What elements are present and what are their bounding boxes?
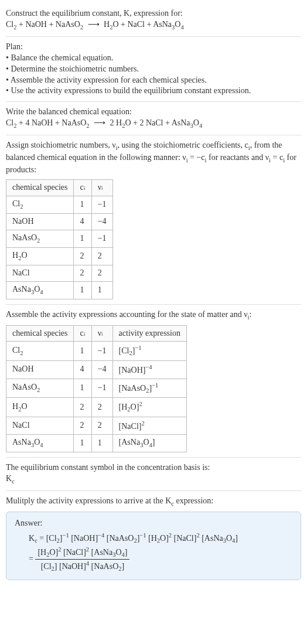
balanced-heading: Write the balanced chemical equation: [6,107,301,118]
table-row: NaOH4−4[NaOH]−4 [6,361,187,379]
arrow-icon: ⟶ [86,20,104,29]
fraction-numerator: [H2O]2 [NaCl]2 [AsNa3O4] [35,546,129,560]
activity-text: Assemble the activity expressions accoun… [6,309,301,322]
activity-section: Assemble the activity expressions accoun… [6,305,301,458]
balanced-equation: Cl2 + 4 NaOH + NaAsO2 ⟶ 2 H2O + 2 NaCl +… [6,118,301,130]
table-row: AsNa3O411 [6,281,113,299]
table-row: H2O22 [6,247,113,265]
col-c: cᵢ [74,180,91,196]
fraction-denominator: [Cl2] [NaOH]4 [NaAsO2] [35,560,129,574]
arrow-icon: ⟶ [91,118,110,127]
balanced-section: Write the balanced chemical equation: Cl… [6,102,301,135]
answer-label: Answer: [15,518,292,529]
table-header-row: chemical species cᵢ νᵢ activity expressi… [6,325,187,342]
kc-symbol: Kc [6,473,301,486]
plan-item: • Assemble the activity expression for e… [6,75,301,86]
table-row: NaCl22 [6,265,113,281]
col-species: chemical species [6,180,74,196]
kc-text: The equilibrium constant symbol in the c… [6,462,301,473]
plan-heading: Plan: [6,42,301,53]
fraction: [H2O]2 [NaCl]2 [AsNa3O4] [Cl2] [NaOH]4 [… [35,546,129,574]
plan-item: • Use the activity expressions to build … [6,86,301,97]
intro-equation: Cl2 + NaOH + NaAsO2 ⟶ H2O + NaCl + AsNa3… [6,19,301,32]
multiply-text: Mulitply the activity expressions to arr… [6,496,301,508]
stoich-section: Assign stoichiometric numbers, νi, using… [6,135,301,304]
table-header-row: chemical species cᵢ νᵢ [6,180,113,196]
plan-item: • Determine the stoichiometric numbers. [6,64,301,75]
answer-section: Mulitply the activity expressions to arr… [6,491,301,585]
table-row: Cl21−1 [6,196,113,213]
answer-line1: Kc = [Cl2]−1 [NaOH]−4 [NaAsO2]−1 [H2O]2 … [15,531,292,546]
table-row: NaOH4−4 [6,213,113,230]
table-row: NaCl22[NaCl]2 [6,417,187,435]
table-row: NaAsO21−1[NaAsO2]−1 [6,379,187,398]
answer-line2: = [H2O]2 [NaCl]2 [AsNa3O4] [Cl2] [NaOH]4… [15,546,292,574]
activity-table: chemical species cᵢ νᵢ activity expressi… [6,325,187,453]
answer-box: Answer: Kc = [Cl2]−1 [NaOH]−4 [NaAsO2]−1… [6,512,301,580]
stoich-text: Assign stoichiometric numbers, νi, using… [6,140,301,176]
col-v: νᵢ [91,180,112,196]
kc-symbol-section: The equilibrium constant symbol in the c… [6,458,301,491]
intro-section: Construct the equilibrium constant, K, e… [6,4,301,37]
table-row: AsNa3O411[AsNa3O4] [6,435,187,452]
intro-line: Construct the equilibrium constant, K, e… [6,8,301,19]
stoich-table: chemical species cᵢ νᵢ Cl21−1 NaOH4−4 Na… [6,179,113,299]
table-row: H2O22[H2O]2 [6,398,187,417]
plan-item: • Balance the chemical equation. [6,53,301,64]
table-row: Cl21−1[Cl2]−1 [6,342,187,361]
table-row: NaAsO21−1 [6,230,113,247]
plan-section: Plan: • Balance the chemical equation. •… [6,37,301,102]
